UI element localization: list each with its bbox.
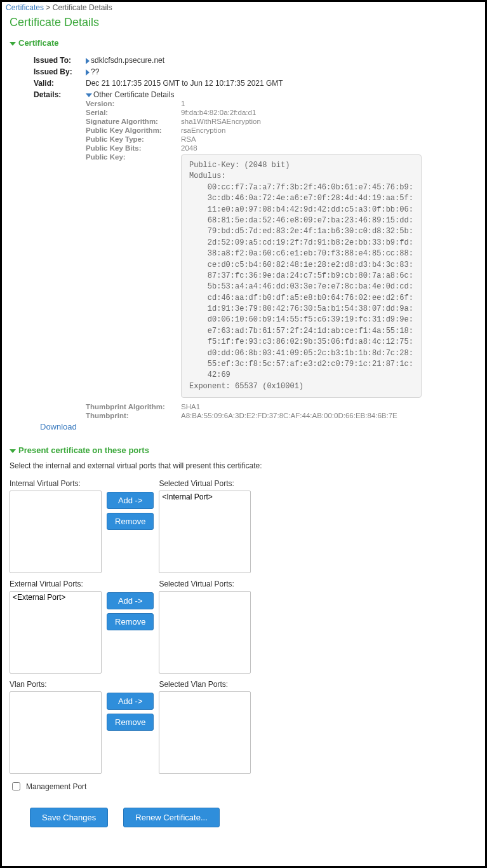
breadcrumb-parent-link[interactable]: Certificates bbox=[6, 3, 44, 12]
valid-label: Valid: bbox=[34, 78, 84, 88]
issued-by-label: Issued By: bbox=[34, 67, 84, 77]
ports-intro: Select the internal and external virtual… bbox=[10, 461, 477, 470]
internal-ports-label: Internal Virtual Ports: bbox=[10, 479, 102, 488]
pktype-label: Public Key Type: bbox=[86, 135, 181, 144]
selected-internal-label: Selected Virtual Ports: bbox=[159, 479, 251, 488]
serial-label: Serial: bbox=[86, 108, 181, 117]
pkalg-value: rsaEncryption bbox=[181, 126, 422, 135]
download-link[interactable]: Download bbox=[40, 422, 77, 431]
add-internal-button[interactable]: Add -> bbox=[107, 492, 154, 509]
pkbits-label: Public Key Bits: bbox=[86, 144, 181, 153]
renew-certificate-button[interactable]: Renew Certificate... bbox=[123, 808, 219, 827]
section-certificate-label: Certificate bbox=[18, 38, 59, 48]
sigalg-label: Signature Algorithm: bbox=[86, 117, 181, 126]
add-vlan-button[interactable]: Add -> bbox=[107, 693, 154, 710]
issued-to-label: Issued To: bbox=[34, 55, 84, 65]
issued-to-value: sdklcfsdn.psecure.net bbox=[91, 56, 164, 65]
pk-label: Public Key: bbox=[86, 153, 181, 402]
collapse-icon[interactable] bbox=[86, 93, 92, 97]
breadcrumb-current: Certificate Details bbox=[53, 3, 112, 12]
management-port-checkbox[interactable] bbox=[12, 782, 20, 790]
version-label: Version: bbox=[86, 99, 181, 108]
pkbits-value: 2048 bbox=[181, 144, 422, 153]
add-external-button[interactable]: Add -> bbox=[107, 592, 154, 609]
pktype-value: RSA bbox=[181, 135, 422, 144]
external-ports-listbox[interactable]: <External Port> bbox=[10, 591, 102, 674]
valid-value: Dec 21 10:17:35 2015 GMT to Jun 12 10:17… bbox=[86, 78, 424, 88]
details-label: Details: bbox=[34, 90, 84, 421]
remove-external-button[interactable]: Remove bbox=[107, 613, 154, 630]
breadcrumb-sep: > bbox=[44, 3, 53, 12]
sigalg-value: sha1WithRSAEncryption bbox=[181, 117, 422, 126]
vlan-ports-listbox[interactable] bbox=[10, 691, 102, 774]
selected-vlan-listbox[interactable] bbox=[159, 691, 251, 774]
thumbalg-label: Thumbprint Algorithm: bbox=[86, 402, 181, 411]
expand-icon[interactable] bbox=[86, 58, 90, 64]
management-port-label: Management Port bbox=[26, 782, 86, 791]
issued-by-value: ?? bbox=[91, 67, 99, 76]
pkalg-label: Public Key Algorithm: bbox=[86, 126, 181, 135]
internal-ports-listbox[interactable] bbox=[10, 491, 102, 573]
chevron-down-icon bbox=[10, 42, 16, 46]
version-value: 1 bbox=[181, 99, 422, 108]
expand-icon[interactable] bbox=[86, 69, 90, 76]
external-ports-label: External Virtual Ports: bbox=[10, 580, 102, 588]
details-toggle-text[interactable]: Other Certificate Details bbox=[93, 90, 174, 99]
thumb-label: Thumbprint: bbox=[86, 411, 181, 420]
breadcrumb: Certificates > Certificate Details bbox=[6, 3, 477, 12]
section-ports-label: Present certificate on these ports bbox=[18, 445, 149, 455]
chevron-down-icon bbox=[10, 449, 16, 453]
public-key-box: Public-Key: (2048 bit) Modulus: 00:cc:f7… bbox=[181, 154, 422, 398]
list-item[interactable]: <External Port> bbox=[11, 593, 100, 602]
remove-internal-button[interactable]: Remove bbox=[107, 513, 154, 530]
section-certificate-header[interactable]: Certificate bbox=[10, 38, 477, 48]
remove-vlan-button[interactable]: Remove bbox=[107, 714, 154, 731]
section-ports-header[interactable]: Present certificate on these ports bbox=[10, 445, 477, 455]
selected-external-listbox[interactable] bbox=[159, 591, 251, 674]
vlan-ports-label: Vlan Ports: bbox=[10, 680, 102, 689]
thumbalg-value: SHA1 bbox=[181, 402, 422, 411]
thumb-value: A8:BA:55:09:6A:3D:E2:FD:37:8C:AF:44:AB:0… bbox=[181, 411, 422, 420]
selected-external-label: Selected Virtual Ports: bbox=[159, 580, 251, 588]
page-title: Certificate Details bbox=[10, 16, 477, 29]
save-changes-button[interactable]: Save Changes bbox=[30, 808, 108, 827]
selected-internal-listbox[interactable]: <Internal Port> bbox=[159, 491, 251, 573]
selected-vlan-label: Selected Vlan Ports: bbox=[159, 680, 251, 689]
list-item[interactable]: <Internal Port> bbox=[161, 492, 249, 502]
serial-value: 9f:da:b4:82:0a:2f:da:d1 bbox=[181, 108, 422, 117]
